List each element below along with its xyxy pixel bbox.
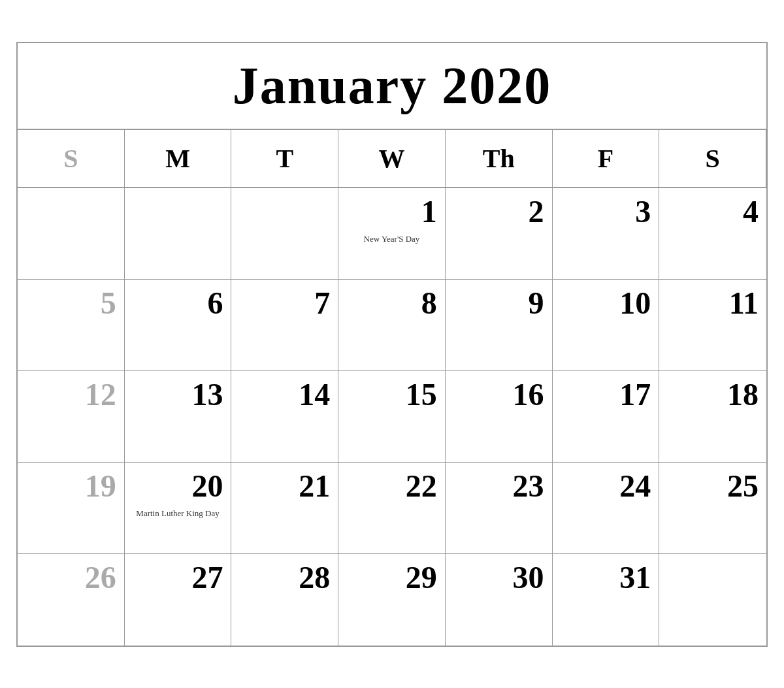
calendar-header: January 2020 — [18, 43, 766, 130]
calendar-day-cell: 6 — [125, 280, 232, 371]
day-number: 2 — [453, 193, 544, 229]
calendar-day-cell: 26 — [18, 554, 125, 646]
calendar-day-cell: 13 — [125, 371, 232, 463]
calendar-day-cell: 27 — [125, 554, 232, 646]
calendar-day-cell: 17 — [553, 371, 660, 463]
day-of-week-header: W — [338, 130, 446, 188]
calendar-day-cell: 18 — [659, 371, 766, 463]
calendar: January 2020 SMTWThFS1New Year'S Day2345… — [16, 42, 768, 647]
calendar-day-cell: 5 — [18, 280, 125, 371]
day-number: 5 — [25, 285, 116, 321]
day-number: 11 — [667, 285, 759, 321]
day-number: 27 — [133, 559, 223, 595]
calendar-day-cell: 28 — [231, 554, 338, 646]
day-number: 26 — [25, 559, 116, 595]
day-number: 3 — [561, 193, 651, 229]
calendar-day-cell: 10 — [553, 280, 660, 371]
calendar-day-cell: 22 — [338, 463, 446, 554]
day-number: 20 — [133, 468, 223, 504]
calendar-day-cell: 31 — [553, 554, 660, 646]
day-number: 24 — [561, 468, 651, 504]
calendar-day-cell: 3 — [553, 188, 660, 280]
calendar-day-cell: 24 — [553, 463, 660, 554]
day-number: 14 — [239, 376, 330, 412]
calendar-day-cell: 11 — [659, 280, 766, 371]
calendar-day-cell: 9 — [446, 280, 553, 371]
day-of-week-header: S — [659, 130, 766, 188]
day-number: 10 — [561, 285, 651, 321]
calendar-day-cell: 1New Year'S Day — [338, 188, 446, 280]
day-number: 15 — [346, 376, 437, 412]
day-number: 28 — [239, 559, 330, 595]
day-number: 30 — [453, 559, 544, 595]
day-number: 16 — [453, 376, 544, 412]
day-of-week-header: T — [231, 130, 338, 188]
day-number: 19 — [25, 468, 116, 504]
calendar-day-cell: 4 — [659, 188, 766, 280]
day-event-label: Martin Luther King Day — [133, 508, 223, 519]
day-of-week-header: M — [125, 130, 232, 188]
calendar-day-cell: 16 — [446, 371, 553, 463]
day-number: 29 — [346, 559, 437, 595]
day-event-label: New Year'S Day — [346, 233, 437, 245]
day-number: 31 — [561, 559, 651, 595]
calendar-day-cell: 23 — [446, 463, 553, 554]
calendar-day-cell: 12 — [18, 371, 125, 463]
calendar-day-cell: 15 — [338, 371, 446, 463]
day-number: 1 — [346, 193, 437, 229]
day-number: 7 — [239, 285, 330, 321]
calendar-day-cell: 21 — [231, 463, 338, 554]
day-number: 13 — [133, 376, 223, 412]
calendar-day-cell: 14 — [231, 371, 338, 463]
calendar-day-cell: 8 — [338, 280, 446, 371]
day-of-week-header: F — [553, 130, 660, 188]
day-number: 9 — [453, 285, 544, 321]
day-number: 22 — [346, 468, 437, 504]
calendar-day-cell: 20Martin Luther King Day — [125, 463, 232, 554]
day-number: 4 — [667, 193, 759, 229]
calendar-title: January 2020 — [233, 57, 552, 114]
day-number: 25 — [667, 468, 759, 504]
day-number: 23 — [453, 468, 544, 504]
calendar-day-cell — [18, 188, 125, 280]
calendar-day-cell: 25 — [659, 463, 766, 554]
day-number: 21 — [239, 468, 330, 504]
day-number: 18 — [667, 376, 759, 412]
day-of-week-header: S — [18, 130, 125, 188]
calendar-day-cell: 29 — [338, 554, 446, 646]
calendar-day-cell: 30 — [446, 554, 553, 646]
day-number: 6 — [133, 285, 223, 321]
day-of-week-header: Th — [446, 130, 553, 188]
calendar-day-cell: 19 — [18, 463, 125, 554]
calendar-day-cell — [659, 554, 766, 646]
day-number: 17 — [561, 376, 651, 412]
calendar-day-cell: 2 — [446, 188, 553, 280]
calendar-day-cell: 7 — [231, 280, 338, 371]
calendar-grid: SMTWThFS1New Year'S Day23456789101112131… — [18, 130, 766, 646]
calendar-day-cell — [125, 188, 232, 280]
calendar-day-cell — [231, 188, 338, 280]
day-number: 12 — [25, 376, 116, 412]
day-number: 8 — [346, 285, 437, 321]
